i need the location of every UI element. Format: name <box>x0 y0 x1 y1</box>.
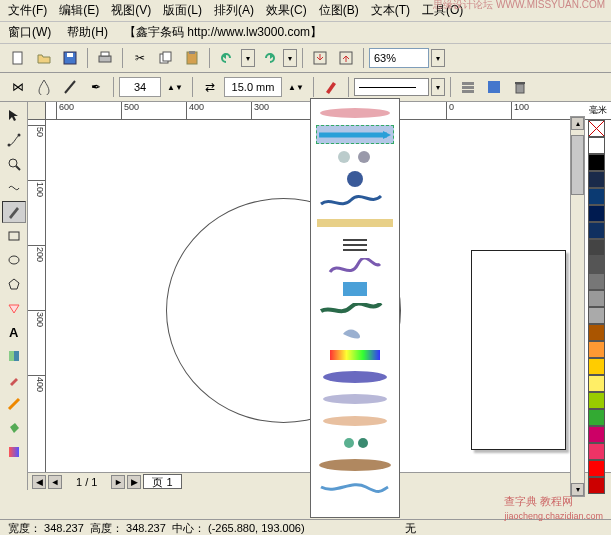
brush-sample[interactable] <box>316 389 394 408</box>
export-icon[interactable] <box>334 47 358 69</box>
color-swatch[interactable] <box>588 324 605 341</box>
connector-icon[interactable]: ⋈ <box>6 76 30 98</box>
vertical-scrollbar[interactable]: ▴ ▾ <box>570 116 585 497</box>
outline-tool-icon[interactable] <box>2 393 26 415</box>
brush-sample[interactable] <box>316 235 394 254</box>
brush-sample[interactable] <box>316 411 394 430</box>
menu-file[interactable]: 文件(F) <box>8 2 47 19</box>
eyedropper-tool-icon[interactable] <box>2 369 26 391</box>
menu-edit[interactable]: 编辑(E) <box>59 2 99 19</box>
open-icon[interactable] <box>32 47 56 69</box>
color-swatch[interactable] <box>588 460 605 477</box>
swap-icon[interactable]: ⇄ <box>198 76 222 98</box>
brush-sample[interactable] <box>316 147 394 166</box>
color-swatch[interactable] <box>588 154 605 171</box>
pick-tool-icon[interactable] <box>2 105 26 127</box>
rectangle-tool-icon[interactable] <box>2 225 26 247</box>
dimension-input[interactable] <box>224 77 282 97</box>
last-page-button[interactable]: ▶ <box>127 475 141 489</box>
stroke-pick-icon[interactable] <box>319 76 343 98</box>
menu-barcode[interactable]: 【鑫宇条码 http://www.lw3000.com】 <box>124 24 322 41</box>
spin-buttons-2-icon[interactable]: ▲▼ <box>284 76 308 98</box>
brush-sample[interactable] <box>316 103 394 122</box>
brush-sample[interactable] <box>316 345 394 364</box>
first-page-button[interactable]: ◀ <box>32 475 46 489</box>
nib-icon[interactable]: ✒ <box>84 76 108 98</box>
color-swatch[interactable] <box>588 222 605 239</box>
prev-page-button[interactable]: ◄ <box>48 475 62 489</box>
print-icon[interactable] <box>93 47 117 69</box>
pen-2-icon[interactable] <box>58 76 82 98</box>
stroke-dropdown[interactable]: ▾ <box>431 78 445 96</box>
interactive-fill-tool-icon[interactable] <box>2 441 26 463</box>
color-swatch[interactable] <box>588 137 605 154</box>
brush-sample-selected[interactable] <box>316 125 394 144</box>
menu-window[interactable]: 窗口(W) <box>8 24 51 41</box>
undo-dropdown[interactable]: ▾ <box>241 49 255 67</box>
text-tool-icon[interactable]: A <box>2 321 26 343</box>
drop-icon[interactable] <box>32 76 56 98</box>
shape-tool-icon[interactable] <box>2 129 26 151</box>
brush-sample[interactable] <box>316 191 394 210</box>
next-page-button[interactable]: ► <box>111 475 125 489</box>
fill-tool-icon[interactable] <box>2 417 26 439</box>
import-icon[interactable] <box>308 47 332 69</box>
color-swatch[interactable] <box>588 307 605 324</box>
menu-help[interactable]: 帮助(H) <box>67 24 108 41</box>
brush-sample[interactable] <box>316 367 394 386</box>
paste-icon[interactable] <box>180 47 204 69</box>
save-brush-icon[interactable] <box>482 76 506 98</box>
menu-effects[interactable]: 效果(C) <box>266 2 307 19</box>
menu-text[interactable]: 文本(T) <box>371 2 410 19</box>
brush-sample[interactable] <box>316 169 394 188</box>
spin-buttons-icon[interactable]: ▲▼ <box>163 76 187 98</box>
brush-sample[interactable] <box>316 257 394 276</box>
color-swatch[interactable] <box>588 188 605 205</box>
brush-sample[interactable] <box>316 301 394 320</box>
color-swatch[interactable] <box>588 273 605 290</box>
page-tab[interactable]: 页 1 <box>143 474 181 489</box>
copy-icon[interactable] <box>154 47 178 69</box>
stroke-preview[interactable] <box>354 78 429 96</box>
color-swatch[interactable] <box>588 341 605 358</box>
zoom-dropdown[interactable]: ▾ <box>431 49 445 67</box>
color-swatch[interactable] <box>588 392 605 409</box>
brush-sample[interactable] <box>316 477 394 496</box>
color-swatch[interactable] <box>588 477 605 494</box>
basic-shapes-tool-icon[interactable] <box>2 297 26 319</box>
delete-brush-icon[interactable] <box>508 76 532 98</box>
menu-layout[interactable]: 版面(L) <box>163 2 202 19</box>
color-swatch[interactable] <box>588 171 605 188</box>
menu-bitmap[interactable]: 位图(B) <box>319 2 359 19</box>
color-swatch[interactable] <box>588 375 605 392</box>
scroll-thumb[interactable] <box>571 135 584 195</box>
redo-dropdown[interactable]: ▾ <box>283 49 297 67</box>
menu-arrange[interactable]: 排列(A) <box>214 2 254 19</box>
redo-icon[interactable] <box>257 47 281 69</box>
color-swatch[interactable] <box>588 409 605 426</box>
artistic-media-tool-icon[interactable] <box>2 201 26 223</box>
brush-list-icon[interactable] <box>456 76 480 98</box>
save-icon[interactable] <box>58 47 82 69</box>
pressure-spinner[interactable] <box>119 77 161 97</box>
color-swatch[interactable] <box>588 443 605 460</box>
color-swatch[interactable] <box>588 358 605 375</box>
ellipse-tool-icon[interactable] <box>2 249 26 271</box>
interactive-tool-icon[interactable] <box>2 345 26 367</box>
new-icon[interactable] <box>6 47 30 69</box>
menu-view[interactable]: 视图(V) <box>111 2 151 19</box>
zoom-combo[interactable] <box>369 48 429 68</box>
undo-icon[interactable] <box>215 47 239 69</box>
brush-sample[interactable] <box>316 213 394 232</box>
brush-sample[interactable] <box>316 433 394 452</box>
polygon-tool-icon[interactable] <box>2 273 26 295</box>
color-swatch[interactable] <box>588 205 605 222</box>
color-swatch[interactable] <box>588 426 605 443</box>
zoom-tool-icon[interactable] <box>2 153 26 175</box>
brush-sample[interactable] <box>316 279 394 298</box>
cut-icon[interactable]: ✂ <box>128 47 152 69</box>
scroll-up-icon[interactable]: ▴ <box>571 117 584 130</box>
no-fill-swatch[interactable] <box>588 120 605 137</box>
artistic-media-flyout[interactable] <box>310 98 400 518</box>
freehand-tool-icon[interactable] <box>2 177 26 199</box>
